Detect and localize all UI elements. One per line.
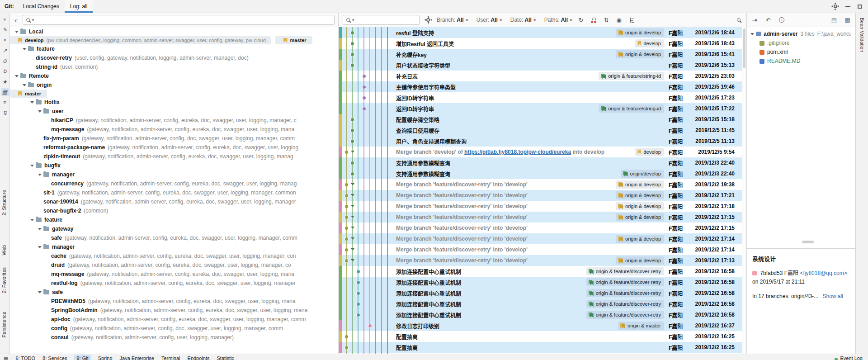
- branch-tree-item[interactable]: Remote: [10, 71, 338, 81]
- branch-tree-item[interactable]: SpringBootAdmin (gateway, notification, …: [10, 306, 338, 315]
- commit-row[interactable]: Merge branch 'develop' of https://gitlab…: [339, 147, 742, 157]
- branch-tree-item[interactable]: feature: [10, 215, 338, 224]
- tab-local-changes[interactable]: Local Changes: [18, 0, 65, 13]
- changed-file-row[interactable]: .gitignore: [747, 38, 855, 47]
- changed-file-row[interactable]: pom.xml: [747, 47, 855, 57]
- star-icon[interactable]: ★: [1, 78, 9, 86]
- filter-gear-icon[interactable]: [424, 17, 432, 23]
- statusbar-toolwindow-button[interactable]: Spring: [98, 355, 113, 360]
- chevron-left-icon[interactable]: ‹: [14, 16, 18, 24]
- branch-tree-item[interactable]: Local: [10, 27, 338, 36]
- statusbar-toolwindow-button[interactable]: Endpoints: [188, 355, 210, 360]
- branch-tree-item[interactable]: cache (gateway, notification, admin-serv…: [10, 251, 338, 261]
- commit-row[interactable]: 支持通用参数模糊查询 origin/develop F嘉阳 2019/12/3 …: [339, 168, 742, 179]
- jump-to-source-icon[interactable]: ⇥: [750, 17, 759, 24]
- commit-row[interactable]: Merge branch 'feature/discover-retry' in…: [339, 212, 742, 223]
- branch-label[interactable]: origin & feature/string-id: [599, 72, 664, 80]
- commit-row[interactable]: 增加Restful 返回工具类 develop F嘉阳 2019/12/6 18…: [339, 38, 742, 49]
- branch-label[interactable]: origin & develop: [616, 50, 664, 58]
- commit-row[interactable]: 返回ID转字符串 origin & feature/string-id F嘉阳 …: [339, 103, 742, 114]
- expand-collapse-icon[interactable]: [38, 290, 42, 295]
- branch-tree-item[interactable]: safe: [10, 288, 338, 297]
- branch-tree-item[interactable]: concurrency (gateway, notification, admi…: [10, 179, 338, 188]
- branch-label[interactable]: origin & feature/discover-retry: [586, 278, 664, 286]
- rollback-icon[interactable]: ↶: [764, 17, 772, 24]
- edit-icon[interactable]: ✎: [1, 26, 9, 34]
- commit-row[interactable]: 配置抽离 F嘉阳 2019/12/2 16:25: [339, 342, 742, 353]
- branch-tree-item[interactable]: consul (gateway, notification, admin-ser…: [10, 333, 338, 342]
- preview-diff-icon[interactable]: ◉: [615, 17, 623, 24]
- refresh-icon[interactable]: ↻: [577, 17, 585, 24]
- log-filter-dropdown[interactable]: Paths:All: [544, 17, 572, 23]
- branch-tree-item[interactable]: gateway: [10, 224, 338, 233]
- statusbar-toolwindow-button[interactable]: Statistic: [217, 355, 234, 360]
- delete-icon[interactable]: ×: [1, 36, 9, 44]
- expand-collapse-icon[interactable]: [30, 218, 35, 223]
- find-icon[interactable]: ⊙: [1, 57, 9, 65]
- log-scrollbar[interactable]: [742, 27, 746, 354]
- branch-tree-item[interactable]: sonar-190914 (gateway, notification, adm…: [10, 197, 338, 206]
- branch-label[interactable]: origin & feature/discover-retry: [586, 311, 664, 319]
- files-scrollbar-thumb[interactable]: [802, 241, 814, 243]
- commit-row[interactable]: Merge branch 'feature/discover-retry' in…: [339, 244, 742, 255]
- expand-collapse-icon[interactable]: [14, 29, 19, 34]
- branch-label[interactable]: origin & feature/string-id: [599, 104, 664, 113]
- commit-row[interactable]: 配置缓存清空策略 F嘉阳 2019/12/5 15:18: [339, 114, 742, 125]
- expand-arrow-icon[interactable]: [750, 33, 754, 35]
- expand-collapse-icon[interactable]: [22, 47, 27, 52]
- branch-label[interactable]: origin & develop: [616, 213, 664, 221]
- tool-stripe-label[interactable]: Bean Validation: [859, 18, 865, 52]
- commit-row[interactable]: Merge branch 'feature/discover-retry' in…: [339, 201, 742, 212]
- commit-row[interactable]: 添加连接配置中心重试机制 origin & feature/discover-r…: [339, 298, 742, 309]
- statusbar-toolwindow-button[interactable]: Java Enterprise: [120, 355, 154, 360]
- branch-label[interactable]: origin & develop: [616, 256, 664, 265]
- branch-tree-item[interactable]: mq-message (gateway, notification, admin…: [10, 125, 338, 134]
- branch-search-field[interactable]: ▾: [23, 15, 335, 25]
- branch-label[interactable]: origin & develop: [616, 202, 664, 210]
- commit-row[interactable]: Merge branch 'feature/discover-retry' in…: [339, 223, 742, 233]
- branch-label[interactable]: origin & master: [618, 322, 664, 330]
- new-branch-icon[interactable]: [627, 17, 636, 23]
- search-options-caret-icon[interactable]: ▾: [32, 18, 34, 22]
- author-email-link[interactable]: <fjy8018@qq.com>: [800, 270, 847, 276]
- branch-tree-item[interactable]: api-doc (gateway, notification, admin-se…: [10, 315, 338, 324]
- commit-row[interactable]: 补充缓存key origin & develop F嘉阳 2019/12/6 1…: [339, 49, 742, 60]
- branch-tree-item[interactable]: hikariCP (gateway, notification, admin-s…: [10, 116, 338, 125]
- branch-tree-item[interactable]: manager: [10, 242, 338, 251]
- log-filter-dropdown[interactable]: Branch:All: [437, 17, 468, 23]
- branch-tree-item[interactable]: sit-1 (gateway, notification, admin-serv…: [10, 188, 338, 197]
- commit-row[interactable]: 添加连接配置中心重试机制 origin & feature/discover-r…: [339, 309, 742, 320]
- commit-row[interactable]: 返回ID转字符串 F嘉阳 2019/12/5 17:23: [339, 92, 742, 103]
- branch-label[interactable]: origin & feature/discover-retry: [586, 267, 664, 275]
- commit-row[interactable]: 支持通用参数模糊查询 F嘉阳 2019/12/3 22:40: [339, 157, 742, 168]
- settings-gear-icon[interactable]: [832, 4, 838, 9]
- group-by-directory-icon[interactable]: ▤: [830, 17, 838, 24]
- branch-label[interactable]: origin & develop: [616, 28, 664, 37]
- branch-label[interactable]: origin & feature/discover-retry: [586, 289, 664, 297]
- tool-stripe-label[interactable]: Web: [1, 245, 7, 255]
- flatten-view-icon[interactable]: ▦: [844, 17, 852, 24]
- group-by-icon[interactable]: ▦: [1, 88, 9, 96]
- commit-row[interactable]: 主键传参使用字符串类型 F嘉阳 2019/12/5 19:46: [339, 81, 742, 92]
- event-log-button[interactable]: Event Log: [835, 355, 863, 360]
- commit-row[interactable]: Merge branch 'feature/discover-retry' in…: [339, 233, 742, 244]
- commit-row[interactable]: 添加连接配置中心重试机制 origin & feature/discover-r…: [339, 277, 742, 288]
- branch-label[interactable]: develop: [635, 39, 664, 47]
- expand-collapse-icon[interactable]: [38, 227, 42, 232]
- scroll-to-source-icon[interactable]: ⇅: [1, 109, 9, 117]
- branch-label[interactable]: origin & feature/discover-retry: [586, 300, 664, 308]
- branch-label[interactable]: origin & develop: [616, 235, 664, 243]
- branch-tree-item[interactable]: fix-jvm-param (gateway, notification, ad…: [10, 134, 338, 143]
- branch-tree-item[interactable]: user: [10, 107, 338, 116]
- branch-tree-item[interactable]: config (gateway, notification, admin-ser…: [10, 324, 338, 333]
- branch-tree-item[interactable]: safe (gateway, notification, admin-serve…: [10, 233, 338, 242]
- commit-row[interactable]: resful 登陆支持 origin & develop F嘉阳 2019/12…: [339, 27, 742, 38]
- branch-tree-item[interactable]: feature: [10, 44, 338, 53]
- commit-row[interactable]: Merge branch 'feature/discover-retry' in…: [339, 190, 742, 201]
- expand-collapse-icon[interactable]: [22, 83, 27, 88]
- statusbar-toolwindow-button[interactable]: 9: Git: [74, 355, 90, 360]
- tool-stripe-label[interactable]: Persistence: [1, 312, 7, 337]
- commit-row[interactable]: 补充日志 origin & feature/string-id F嘉阳 2019…: [339, 71, 742, 81]
- maximize-icon[interactable]: [858, 5, 862, 9]
- branch-tree-item[interactable]: Hotfix: [10, 98, 338, 107]
